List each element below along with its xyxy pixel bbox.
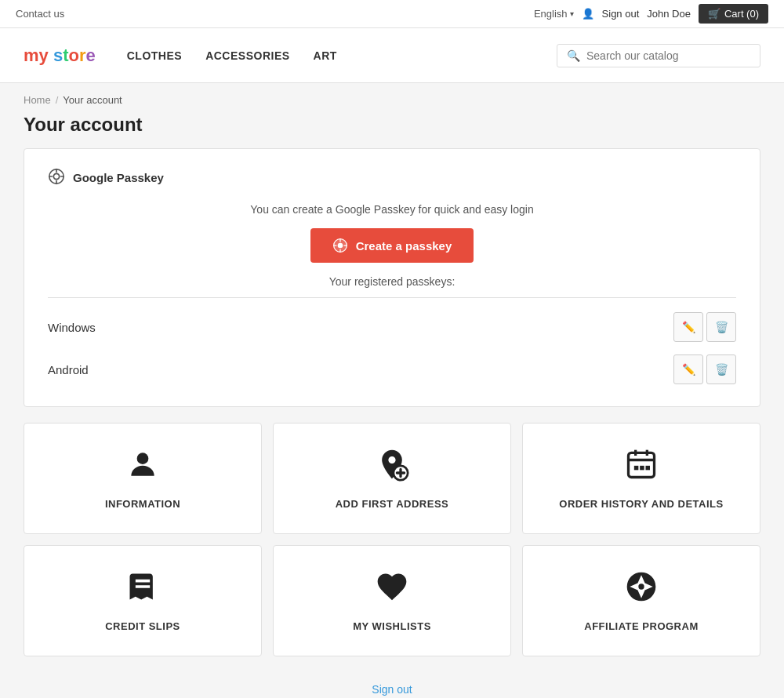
contact-us-text: Contact us — [16, 8, 64, 20]
breadcrumb-bar: Home / Your account — [0, 83, 784, 111]
information-label: INFORMATION — [105, 498, 180, 510]
main-nav: CLOTHES ACCESSORIES ART — [127, 49, 525, 62]
nav-item-art[interactable]: ART — [314, 49, 337, 62]
nav-item-accessories[interactable]: ACCESSORIES — [205, 49, 289, 62]
language-label: English — [534, 8, 568, 20]
passkey-header: Google Passkey — [48, 168, 736, 187]
registered-passkeys-label: Your registered passkeys: — [48, 275, 736, 288]
page-title-bar: Your account — [0, 111, 784, 148]
svg-rect-11 — [640, 466, 644, 471]
account-card-information[interactable]: INFORMATION — [24, 423, 262, 534]
edit-windows-passkey-button[interactable]: ✏️ — [673, 312, 703, 342]
footer-sign-out-link[interactable]: Sign out — [372, 683, 412, 696]
svg-rect-6 — [629, 453, 655, 477]
logo[interactable]: my store — [24, 45, 96, 66]
passkey-divider — [48, 297, 736, 298]
order-history-label: ORDER HISTORY AND DETAILS — [559, 498, 723, 510]
breadcrumb-home[interactable]: Home — [24, 94, 51, 106]
passkey-name-android: Android — [48, 363, 89, 376]
main-content: Google Passkey You can create a Google P… — [0, 148, 784, 698]
breadcrumb-current: Your account — [63, 94, 122, 106]
svg-point-4 — [137, 453, 149, 464]
passkey-item-android: Android ✏️ 🗑️ — [48, 348, 736, 391]
passkey-card: Google Passkey You can create a Google P… — [24, 148, 760, 407]
create-passkey-label: Create a passkey — [356, 239, 452, 253]
language-selector[interactable]: English ▾ — [534, 8, 574, 20]
logo-o: o — [68, 45, 78, 65]
svg-point-15 — [638, 583, 644, 589]
username-label: John Doe — [647, 8, 691, 20]
credit-slips-label: CREDIT SLIPS — [105, 620, 180, 632]
passkey-actions-windows: ✏️ 🗑️ — [673, 312, 736, 342]
nav-item-clothes[interactable]: CLOTHES — [127, 49, 182, 62]
calendar-icon — [624, 447, 659, 489]
account-card-my-wishlists[interactable]: MY WISHLISTS — [273, 545, 511, 656]
location-plus-icon — [375, 447, 409, 489]
person-icon — [125, 447, 160, 489]
top-bar: Contact us English ▾ 👤 Sign out John Doe… — [0, 0, 784, 28]
passkey-title: Google Passkey — [73, 171, 164, 184]
person-icon: 👤 — [582, 8, 594, 20]
cart-label: Cart (0) — [724, 8, 759, 20]
passkey-name-windows: Windows — [48, 321, 96, 334]
affiliate-program-label: AFFILIATE PROGRAM — [584, 620, 698, 632]
delete-android-passkey-button[interactable]: 🗑️ — [706, 354, 736, 384]
top-bar-right: English ▾ 👤 Sign out John Doe 🛒 Cart (0) — [534, 4, 768, 24]
cart-icon: 🛒 — [708, 8, 720, 20]
svg-rect-12 — [646, 466, 651, 471]
account-card-affiliate-program[interactable]: AFFILIATE PROGRAM — [522, 545, 760, 656]
breadcrumb: Home / Your account — [24, 94, 760, 106]
search-box[interactable]: 🔍 — [557, 44, 760, 67]
passkey-actions-android: ✏️ 🗑️ — [673, 354, 736, 384]
account-card-credit-slips[interactable]: CREDIT SLIPS — [24, 545, 262, 656]
account-card-add-first-address[interactable]: ADD FIRST ADDRESS — [273, 423, 511, 534]
logo-e: e — [86, 45, 96, 65]
heart-icon — [375, 569, 409, 611]
search-icon: 🔍 — [567, 49, 580, 62]
passkey-description: You can create a Google Passkey for quic… — [48, 203, 736, 216]
account-grid: INFORMATION ADD FIRST ADDRESS — [24, 423, 760, 656]
search-input[interactable] — [586, 49, 750, 62]
create-passkey-button[interactable]: Create a passkey — [310, 228, 474, 263]
logo-s: s — [49, 45, 63, 65]
page-title: Your account — [24, 114, 760, 136]
chevron-down-icon: ▾ — [570, 9, 574, 18]
svg-point-3 — [337, 243, 343, 249]
my-wishlists-label: MY WISHLISTS — [353, 620, 431, 632]
cart-button[interactable]: 🛒 Cart (0) — [699, 4, 768, 24]
edit-android-passkey-button[interactable]: ✏️ — [673, 354, 703, 384]
header: my store CLOTHES ACCESSORIES ART 🔍 — [0, 28, 784, 83]
compass-icon — [624, 569, 659, 611]
svg-point-1 — [53, 173, 59, 179]
add-first-address-label: ADD FIRST ADDRESS — [336, 498, 449, 510]
passkey-btn-icon — [332, 238, 348, 253]
passkey-icon — [48, 168, 65, 187]
logo-r: r — [79, 45, 86, 65]
passkey-item-windows: Windows ✏️ 🗑️ — [48, 306, 736, 348]
account-card-order-history[interactable]: ORDER HISTORY AND DETAILS — [522, 423, 760, 534]
receipt-icon — [125, 569, 160, 611]
svg-rect-10 — [634, 466, 639, 471]
delete-windows-passkey-button[interactable]: 🗑️ — [706, 312, 736, 342]
signout-footer: Sign out — [24, 667, 760, 698]
breadcrumb-separator: / — [56, 94, 59, 106]
logo-my: my — [24, 45, 49, 65]
sign-out-link[interactable]: Sign out — [602, 8, 640, 20]
